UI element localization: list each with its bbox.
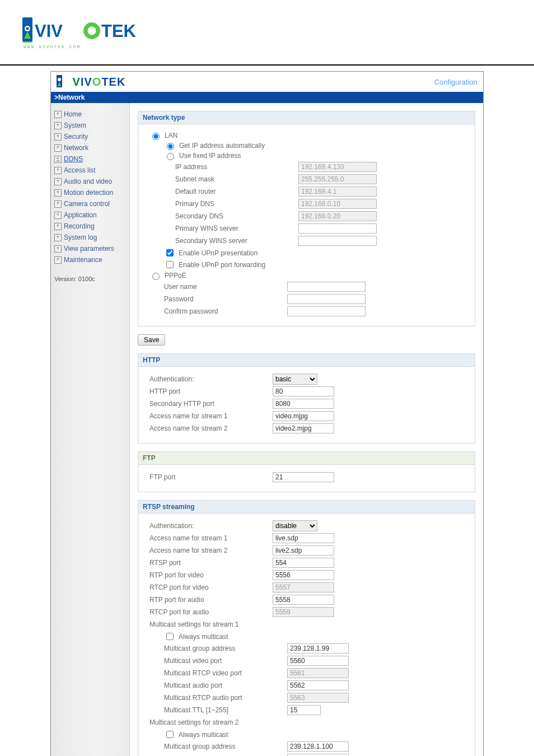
rtsp-stream2-label: Access name for stream 2 — [149, 547, 273, 554]
configuration-link[interactable]: Configuration — [434, 78, 477, 86]
rtsp-stream1-label: Access name for stream 1 — [149, 534, 273, 542]
version-label: Version: 0100c — [51, 265, 129, 292]
expand-icon: + — [54, 111, 62, 118]
http-stream1-label: Access name for stream 1 — [149, 412, 273, 420]
expand-icon: + — [54, 167, 62, 174]
brand-icon — [57, 75, 69, 87]
svg-point-6 — [88, 27, 96, 35]
lan-radio[interactable] — [152, 133, 160, 140]
mcast1-rtcp-audio-input[interactable] — [287, 693, 349, 703]
sidebar-item-access-list[interactable]: +Access list — [51, 165, 129, 176]
upnp-present-label: Enable UPnP presentation — [179, 249, 257, 257]
mcast1-ttl-input[interactable] — [287, 705, 321, 715]
primary-wins-input[interactable] — [298, 223, 377, 234]
sidebar-item-view-parameters[interactable]: +View parameters — [51, 243, 129, 254]
rtcp-video-input[interactable] — [273, 582, 334, 592]
ip-address-input[interactable] — [298, 162, 377, 172]
upnp-forward-row: Enable UPnP port forwarding — [149, 259, 468, 270]
pppoe-radio[interactable] — [152, 273, 160, 280]
save-network-button[interactable]: Save — [138, 334, 165, 346]
sidebar-item-label: System — [64, 122, 86, 129]
rtp-video-input[interactable] — [273, 570, 334, 580]
fixed-ip-radio-row: Use fixed IP address — [149, 151, 468, 160]
http-stream2-input[interactable] — [273, 423, 334, 433]
confirm-password-input[interactable] — [287, 306, 366, 316]
sidebar-item-system-log[interactable]: +System log — [51, 232, 129, 243]
rtsp-auth-label: Authentication: — [149, 522, 273, 530]
primary-dns-input[interactable] — [298, 199, 377, 209]
section-rtsp: RTSP streaming Authentication: disable A… — [138, 500, 475, 756]
http-sec-port-input[interactable] — [273, 399, 334, 409]
get-ip-radio[interactable] — [167, 143, 174, 150]
sidebar-item-label: Audio and video — [64, 178, 112, 185]
mcast2-group-input[interactable] — [287, 741, 349, 752]
section-title: HTTP — [138, 354, 475, 367]
app-frame: VIVOTEK Configuration >Network +Home +Sy… — [50, 71, 484, 756]
subnet-mask-label: Subnet mask — [149, 175, 298, 183]
pppoe-radio-row: PPPoE — [149, 271, 468, 280]
http-auth-label: Authentication: — [149, 375, 273, 383]
sidebar-item-home[interactable]: +Home — [51, 109, 129, 120]
password-label: Password — [149, 295, 287, 303]
http-port-input[interactable] — [273, 386, 334, 396]
mcast2-always-row: Always multicast — [149, 729, 468, 740]
default-router-label: Default router — [149, 188, 298, 195]
mcast1-always-checkbox[interactable] — [166, 633, 174, 640]
rtp-audio-input[interactable] — [273, 595, 334, 605]
rtsp-port-input[interactable] — [273, 558, 334, 568]
sidebar-item-network[interactable]: +Network — [51, 142, 129, 153]
sidebar-item-label: Home — [64, 110, 82, 118]
ftp-port-input[interactable] — [273, 472, 334, 482]
sidebar-item-recording[interactable]: +Recording — [51, 221, 129, 232]
mcast1-group-label: Multicast group address — [149, 645, 287, 652]
secondary-dns-input[interactable] — [298, 211, 377, 221]
secondary-wins-input[interactable] — [298, 236, 377, 246]
rtcp-audio-label: RTCP port for audio — [149, 608, 273, 616]
user-name-input[interactable] — [287, 282, 366, 292]
http-auth-select[interactable]: basic — [273, 374, 317, 385]
mcast1-group-input[interactable] — [287, 643, 349, 654]
svg-point-10 — [58, 78, 61, 81]
content-panel: Network type LAN Get IP address automati… — [130, 103, 483, 756]
password-input[interactable] — [287, 294, 366, 304]
mcast1-video-input[interactable] — [287, 656, 349, 666]
rtp-video-label: RTP port for video — [149, 571, 273, 579]
sidebar-item-audio-video[interactable]: +Audio and video — [51, 176, 129, 187]
sidebar-item-motion-detection[interactable]: +Motion detection — [51, 187, 129, 198]
sidebar-item-application[interactable]: +Application — [51, 209, 129, 221]
get-ip-radio-row: Get IP address automatically — [149, 141, 468, 150]
sidebar-item-label: View parameters — [64, 245, 114, 253]
mcast1-audio-label: Multicast audio port — [149, 682, 287, 689]
http-stream1-input[interactable] — [273, 411, 334, 421]
secondary-dns-label: Secondary DNS — [149, 212, 298, 220]
brand-tek: TEK — [101, 76, 125, 88]
mcast2-video-input[interactable] — [287, 754, 349, 756]
subnet-mask-input[interactable] — [298, 174, 377, 184]
default-router-input[interactable] — [298, 186, 377, 197]
confirm-password-label: Confirm password — [149, 307, 287, 315]
top-divider — [0, 64, 534, 66]
mcast1-audio-input[interactable] — [287, 680, 349, 690]
mcast1-rtcp-video-input[interactable] — [287, 668, 349, 678]
sidebar-item-security[interactable]: +Security — [51, 131, 129, 142]
rtsp-auth-select[interactable]: disable — [273, 520, 317, 531]
mcast2-always-checkbox[interactable] — [166, 731, 174, 738]
fixed-ip-radio[interactable] — [167, 153, 174, 160]
mcast2-title: Multicast settings for stream 2 — [149, 718, 273, 726]
sidebar-item-system[interactable]: +System — [51, 120, 129, 131]
mcast1-ttl-label: Multicast TTL [1~255] — [149, 706, 287, 714]
rtcp-audio-input[interactable] — [273, 607, 334, 617]
sidebar-item-camera-control[interactable]: +Camera control — [51, 198, 129, 209]
rtsp-stream2-input[interactable] — [273, 545, 334, 556]
breadcrumb-bar: >Network — [51, 92, 483, 103]
mcast1-title: Multicast settings for stream 1 — [149, 620, 273, 628]
ip-address-label: IP address — [149, 163, 298, 171]
mcast2-group-label: Multicast group address — [149, 743, 287, 750]
upnp-present-checkbox[interactable] — [166, 249, 174, 256]
mcast1-rtcp-video-label: Multicast RTCP video port — [149, 669, 287, 677]
expand-icon: + — [54, 156, 62, 163]
sidebar-item-maintenance[interactable]: +Maintenance — [51, 254, 129, 265]
sidebar-item-ddns[interactable]: +DDNS — [51, 153, 129, 165]
upnp-forward-checkbox[interactable] — [166, 261, 174, 268]
rtsp-stream1-input[interactable] — [273, 533, 334, 543]
